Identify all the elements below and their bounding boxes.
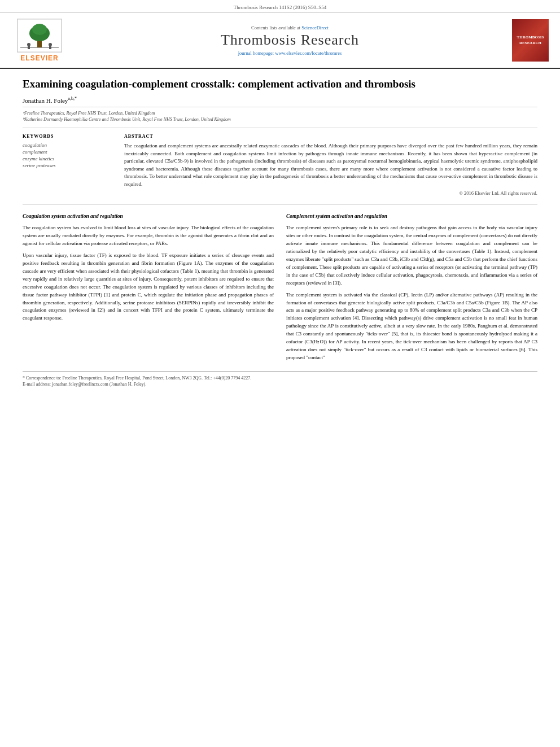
journal-cover-image: THROMBOSIS RESEARCH xyxy=(512,19,549,62)
affiliation-a: ᵃFreeline Therapeutics, Royal Free NHS T… xyxy=(23,111,537,116)
keyword-complement: complement xyxy=(23,149,113,155)
right-para-2: The complement system is activated via t… xyxy=(286,291,537,362)
left-column: Coagulation system activation and regula… xyxy=(23,212,274,366)
body-columns: Coagulation system activation and regula… xyxy=(23,212,537,366)
copyright-line: © 2016 Elsevier Ltd. All rights reserved… xyxy=(124,190,537,196)
citation-text: Thrombosis Research 141S2 (2016) S50–S54 xyxy=(234,5,327,10)
cover-text: THROMBOSIS RESEARCH xyxy=(514,35,546,45)
elsevier-svg xyxy=(18,19,62,52)
svg-rect-8 xyxy=(49,46,51,49)
article-content: Examining coagulation-complement crossta… xyxy=(0,69,560,396)
section-divider xyxy=(23,204,537,204)
journal-homepage: journal homepage: www.elsevier.com/locat… xyxy=(68,50,512,56)
keywords-col: KEYWORDS coagulation complement enzyme k… xyxy=(23,134,113,196)
keyword-coagulation: coagulation xyxy=(23,142,113,148)
abstract-label: ABSTRACT xyxy=(124,134,537,139)
svg-point-7 xyxy=(49,43,52,46)
affiliations: ᵃFreeline Therapeutics, Royal Free NHS T… xyxy=(23,107,537,122)
journal-title-area: Contents lists available at ScienceDirec… xyxy=(68,25,512,56)
left-section-heading: Coagulation system activation and regula… xyxy=(23,212,274,221)
elsevier-logo-area: ELSEVIER xyxy=(11,19,68,62)
author-line: Jonathan H. Foleya,b,* xyxy=(23,96,537,104)
homepage-link[interactable]: journal homepage: www.elsevier.com/locat… xyxy=(238,50,342,56)
abstract-col: ABSTRACT The coagulation and complement … xyxy=(124,134,537,196)
svg-point-4 xyxy=(32,24,47,35)
contents-prefix: Contents lists available at xyxy=(251,25,301,30)
footnote-correspondence: * Correspondence to: Freeline Therapeuti… xyxy=(23,375,537,381)
svg-point-5 xyxy=(27,43,30,46)
right-section-heading: Complement system activation and regulat… xyxy=(286,212,537,221)
journal-main-title: Thrombosis Research xyxy=(68,32,512,49)
left-para-2: Upon vascular injury, tissue factor (TF)… xyxy=(23,252,274,322)
left-para-1: The coagulation system has evolved to li… xyxy=(23,224,274,248)
abstract-text: The coagulation and complement systems a… xyxy=(124,142,537,188)
contents-line: Contents lists available at ScienceDirec… xyxy=(68,25,512,30)
keywords-label: KEYWORDS xyxy=(23,134,113,139)
elsevier-tree-logo xyxy=(17,19,62,53)
affiliation-b: ᵇKatherine Dormandy Haemophilia Centre a… xyxy=(23,117,537,122)
kw-abstract-row: KEYWORDS coagulation complement enzyme k… xyxy=(23,128,537,196)
keyword-enzyme-kinetics: enzyme kinetics xyxy=(23,156,113,161)
right-column: Complement system activation and regulat… xyxy=(286,212,537,366)
page-wrapper: Thrombosis Research 141S2 (2016) S50–S54 xyxy=(0,0,560,396)
journal-header-main: ELSEVIER Contents lists available at Sci… xyxy=(0,13,560,69)
right-para-1: The complement system's primary role is … xyxy=(286,224,537,287)
author-name: Jonathan H. Foley xyxy=(23,97,68,103)
footnote-area: * Correspondence to: Freeline Therapeuti… xyxy=(23,372,537,387)
article-title: Examining coagulation-complement crossta… xyxy=(23,77,537,91)
footnote-email: E-mail address: jonathan.foley@freelinct… xyxy=(23,382,537,387)
elsevier-label: ELSEVIER xyxy=(20,54,58,62)
keyword-serine-proteases: serine proteases xyxy=(23,163,113,168)
sciencedirect-link[interactable]: ScienceDirect xyxy=(301,25,329,30)
author-superscripts: a,b,* xyxy=(68,96,77,101)
journal-citation: Thrombosis Research 141S2 (2016) S50–S54 xyxy=(0,0,560,13)
svg-rect-6 xyxy=(28,46,30,49)
